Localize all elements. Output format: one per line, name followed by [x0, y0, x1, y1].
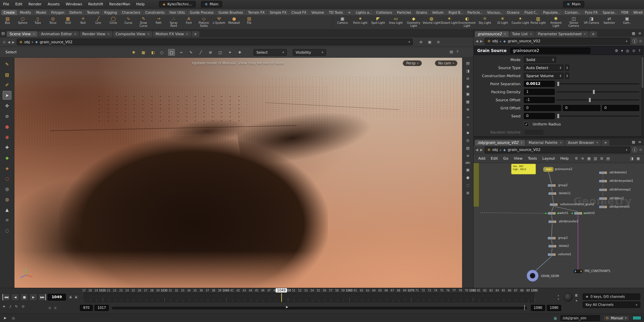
shelf-tool-volume-light[interactable]: ◍Volume Light — [423, 15, 440, 29]
param-slider-packing-density[interactable] — [556, 89, 639, 95]
shelf-tab-deform[interactable]: Deform — [67, 10, 84, 15]
select-tool-icon[interactable]: ➤ — [3, 91, 11, 100]
param-field-grid-offset[interactable]: 0 — [602, 105, 639, 111]
shelf-tab-guide-process[interactable]: Guide Process — [188, 10, 216, 15]
shelf-tab-constraints[interactable]: Constraints — [143, 10, 167, 15]
slider-handle[interactable] — [589, 98, 591, 102]
pane-tab-scene-view[interactable]: Scene View✕ — [7, 31, 38, 37]
param-field-grid-offset[interactable]: 0 — [563, 105, 600, 111]
range-next-icon[interactable]: ▶ — [53, 305, 58, 311]
path-root[interactable]: obj — [492, 39, 498, 43]
close-tab-icon[interactable]: ✕ — [147, 31, 150, 37]
nav-back-icon[interactable]: ◀ — [476, 148, 478, 152]
param-tab-grainsource2[interactable]: grainsource2✕ — [475, 31, 509, 37]
shelf-tab-vellum[interactable]: Vellum — [430, 10, 446, 15]
play-reverse-button[interactable]: ◀ — [11, 293, 19, 301]
select-gestures-icon[interactable]: ✦ — [227, 49, 233, 56]
node-attribpromote1[interactable]: attribpromote1 — [599, 205, 607, 209]
pin-icon[interactable]: ⊙ — [639, 39, 642, 43]
wave-icon[interactable]: ≈ — [466, 115, 469, 119]
net-menu-layout[interactable]: Layout — [540, 156, 557, 161]
spinner-up-icon[interactable]: ▴ — [558, 294, 559, 297]
shelf-tool-path[interactable]: →Path — [151, 15, 166, 29]
shelf-tool-environment-light[interactable]: ◐Environment Light — [458, 15, 476, 29]
lock-tool-icon[interactable]: ⊘ — [3, 112, 11, 120]
node-attribdelete1[interactable]: attribdelete1 — [599, 171, 607, 174]
playback-range-end-field[interactable]: 1090 — [531, 305, 545, 311]
param-checkbox-uniform-radius[interactable]: ✓ — [524, 122, 529, 127]
shelf-tab-collisions[interactable]: Collisions — [374, 10, 394, 15]
net-tab-obj-grain-source-v02[interactable]: /obj/grain_source_V02✕ — [475, 140, 525, 146]
rbd-tool-icon[interactable]: ● — [3, 122, 11, 131]
viewport-3d[interactable]: Update mode is Manual. View may be out o… — [14, 58, 462, 288]
net-menu-view[interactable]: View — [511, 156, 525, 161]
scene-path-field[interactable]: ⊕ obj ▸ ◆ grain_source_V02 ▾ — [17, 39, 413, 45]
nav-forward-icon[interactable]: ▶ — [12, 40, 15, 44]
node-vellumio1[interactable]: vellumio1 — [547, 253, 556, 256]
close-tab-icon[interactable]: ✕ — [530, 31, 532, 37]
node-attribinterpolate1[interactable]: attribinterpolate1 — [599, 179, 607, 183]
search-icon[interactable]: ◎ — [626, 49, 629, 53]
new-tab-button[interactable]: + — [192, 31, 199, 37]
net-grid-icon[interactable]: ▦ — [587, 156, 591, 161]
node-attribtransfer2[interactable]: attribtransfer2 — [548, 220, 557, 223]
pose-tool-icon[interactable]: ◎ — [3, 184, 11, 193]
scene-file-button[interactable]: ◈ KylesTechni... — [159, 1, 196, 7]
net-menu-add[interactable]: Add — [476, 156, 488, 161]
camera-lock-icon[interactable]: ⊘ — [466, 76, 469, 81]
shelf-tab-guide-brushes[interactable]: Guide Brushes — [216, 10, 245, 15]
slider-handle[interactable] — [593, 90, 595, 94]
shelf-tab-simple-fx[interactable]: Simple FX — [267, 10, 289, 15]
playback-range-start-field[interactable]: 1017 — [95, 305, 109, 311]
shelf-tab-cloud-fx[interactable]: Cloud FX — [289, 10, 309, 15]
param-slider-source-offset[interactable] — [556, 97, 639, 103]
menu-help[interactable]: Help — [133, 0, 148, 8]
layers-tool-icon[interactable]: ▨ — [3, 70, 11, 79]
param-slider-seed[interactable] — [556, 113, 639, 119]
close-tab-icon[interactable]: ✕ — [560, 140, 562, 146]
shelf-tab-particles[interactable]: Particles — [395, 10, 413, 15]
background-image-icon[interactable]: ▣ — [466, 168, 469, 172]
slider-handle[interactable] — [557, 114, 559, 118]
status-node-path[interactable]: /obj/grain_sim — [560, 315, 600, 321]
hud-icon[interactable]: ◌ — [466, 183, 469, 187]
net-menu-edit[interactable]: Edit — [488, 156, 500, 161]
menu-windows[interactable]: Windows — [63, 0, 85, 8]
link-badge[interactable]: 1 — [632, 39, 637, 44]
light-icon[interactable]: ☼ — [466, 123, 469, 127]
shelf-tab-pyro-fx[interactable]: Pyro FX — [583, 10, 600, 15]
cursor-icon[interactable]: ➤ — [3, 316, 6, 320]
audio-icon[interactable]: ♪ — [9, 305, 11, 308]
jump-end-button[interactable]: ▶▶ — [38, 293, 46, 301]
param-menu-source-type[interactable]: Auto Detect▲▼ — [524, 65, 563, 71]
muscle-tool-icon[interactable]: ◈ — [3, 164, 11, 172]
shelf-tool-switcher[interactable]: ⇄Switcher — [600, 15, 618, 29]
paint-tool-icon[interactable]: ✎ — [3, 60, 11, 68]
nav-back-icon[interactable]: ◀ — [7, 40, 10, 44]
shelf-tool-null[interactable]: ✛Null — [76, 15, 91, 29]
pin-icon[interactable]: ⊙ — [639, 148, 642, 152]
visibility-dropdown[interactable]: Visibility ▾ — [293, 49, 326, 56]
nav-forward-icon[interactable]: ▶ — [480, 148, 483, 152]
close-tab-icon[interactable]: ✕ — [584, 31, 586, 37]
pane-tab-motion-fx-view[interactable]: Motion FX View✕ — [153, 31, 191, 37]
shelf-tab-td-tools[interactable]: TD Tools — [327, 10, 345, 15]
param-path-field[interactable]: ⊕ obj ▸ ◆ grain_source_V02 ▾ — [485, 38, 630, 45]
shelf-tab-characters[interactable]: Characters — [119, 10, 143, 15]
param-field-packing-density[interactable]: 1 — [524, 89, 555, 95]
terrain-tool-icon[interactable]: ▲ — [3, 205, 11, 214]
node-group3[interactable]: group3 — [547, 236, 556, 240]
constraint-tool-icon[interactable]: ○ — [3, 174, 11, 183]
current-frame-field[interactable]: 1049 — [48, 294, 66, 301]
transform-tool-icon[interactable]: ✚ — [3, 143, 11, 152]
menu-render[interactable]: Render — [26, 0, 45, 8]
gear-icon[interactable]: ⚙ — [615, 49, 618, 53]
path-dropdown-icon[interactable]: ▾ — [626, 148, 628, 152]
path-root[interactable]: obj — [492, 148, 498, 152]
node-name-field[interactable]: grainsource2 — [510, 48, 590, 54]
shelf-tool-spot-light[interactable]: ◤Spot Light — [369, 15, 387, 29]
param-menu-mode[interactable]: Solid▲▼ — [524, 57, 556, 63]
shelf-tab-contain[interactable]: Contain.. — [562, 10, 582, 15]
shelf-tab-viscous[interactable]: Viscous.. — [485, 10, 504, 15]
node-grain-geom[interactable]: GRAIN_GEOM — [527, 270, 539, 282]
